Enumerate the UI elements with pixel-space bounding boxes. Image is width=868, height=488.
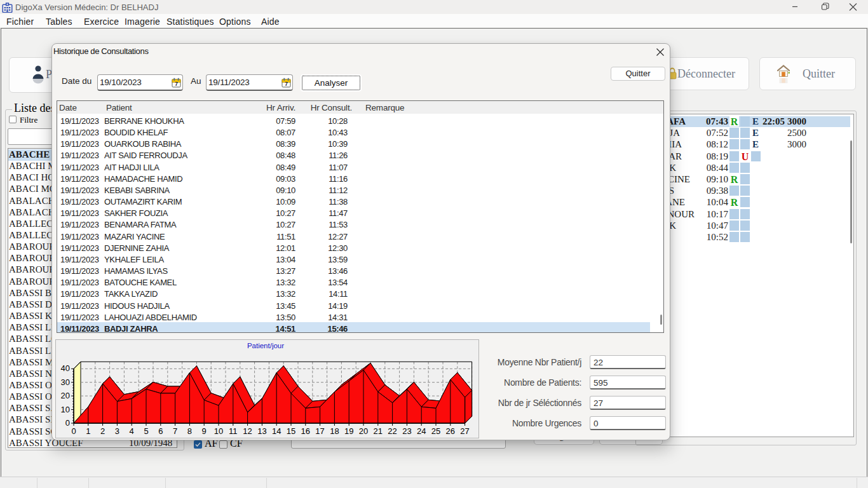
svg-text:3: 3 bbox=[115, 426, 119, 436]
svg-text:30: 30 bbox=[61, 377, 70, 387]
svg-text:0: 0 bbox=[65, 418, 70, 428]
svg-text:15: 15 bbox=[287, 426, 295, 436]
svg-text:24: 24 bbox=[417, 426, 426, 436]
svg-text:12: 12 bbox=[243, 426, 252, 436]
svg-text:7: 7 bbox=[175, 81, 178, 87]
svg-text:18: 18 bbox=[330, 426, 339, 436]
svg-text:4: 4 bbox=[130, 426, 134, 436]
svg-text:23: 23 bbox=[402, 426, 411, 436]
svg-text:2: 2 bbox=[100, 426, 105, 436]
svg-text:0: 0 bbox=[71, 426, 76, 436]
svg-text:1: 1 bbox=[86, 426, 90, 436]
svg-text:22: 22 bbox=[388, 426, 397, 436]
svg-text:7: 7 bbox=[173, 426, 177, 436]
svg-text:5: 5 bbox=[144, 426, 148, 436]
svg-text:17: 17 bbox=[315, 426, 324, 436]
svg-text:20: 20 bbox=[61, 391, 70, 400]
svg-text:21: 21 bbox=[374, 426, 383, 436]
svg-text:10: 10 bbox=[61, 405, 70, 414]
svg-text:14: 14 bbox=[272, 426, 281, 436]
svg-text:10: 10 bbox=[214, 426, 223, 436]
svg-text:6: 6 bbox=[158, 426, 163, 436]
svg-text:Patient/jour: Patient/jour bbox=[247, 342, 284, 349]
svg-text:8: 8 bbox=[187, 426, 192, 436]
svg-text:40: 40 bbox=[61, 363, 70, 373]
svg-text:9: 9 bbox=[202, 426, 207, 436]
svg-text:20: 20 bbox=[359, 426, 368, 436]
svg-text:19: 19 bbox=[344, 426, 353, 436]
svg-text:13: 13 bbox=[257, 426, 266, 436]
svg-text:16: 16 bbox=[301, 426, 310, 436]
svg-text:11: 11 bbox=[229, 426, 238, 436]
svg-text:7: 7 bbox=[285, 81, 288, 87]
